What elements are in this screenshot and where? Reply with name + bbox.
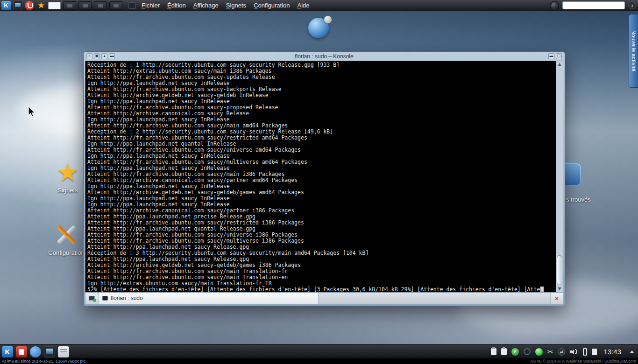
terminal-scrollbar[interactable] xyxy=(556,61,563,292)
app-launcher-icon[interactable]: K xyxy=(2,346,13,357)
network-icon[interactable]: ⇄ xyxy=(558,348,565,356)
window-button[interactable] xyxy=(63,1,76,10)
terminal-output[interactable]: Réception de : 1 http://security.ubuntu.… xyxy=(85,61,556,292)
bookmarks-star-icon[interactable]: ★ xyxy=(36,1,46,10)
scrollbar-thumb[interactable] xyxy=(557,255,562,285)
menu-item[interactable]: Édition xyxy=(167,2,186,9)
menu-item[interactable]: Affichage xyxy=(193,2,219,9)
terminal-tab-icon xyxy=(102,296,108,301)
new-tab-icon xyxy=(89,296,95,301)
konsole-launch-feedback-icon xyxy=(307,17,331,40)
panel-search-input[interactable] xyxy=(562,1,625,9)
scroll-up-icon[interactable] xyxy=(558,63,561,66)
window-button[interactable] xyxy=(109,1,122,10)
red-app-icon[interactable] xyxy=(16,346,27,357)
window-titlebar[interactable]: × ▣ ▴ ▬ florian : sudo – Konsole ▬ ▢ xyxy=(85,52,563,61)
desktop-icon-configuration[interactable]: Configuration xyxy=(45,221,87,256)
tab-bar-spacer xyxy=(319,293,551,304)
watermark-left-text: At im9.eu since 2014-03-21, 1366×768px p… xyxy=(2,359,86,364)
window-button[interactable] xyxy=(78,1,92,10)
partial-widget-label: s trouvés xyxy=(566,196,591,203)
new-activity-tab[interactable]: Nouvelle activité xyxy=(629,14,638,88)
watermark-right-text: AS v6 © 2014 ATA Walerian Walawski / Sub… xyxy=(530,359,636,364)
tools-icon xyxy=(53,221,79,247)
watermark-strip: At im9.eu since 2014-03-21, 1366×768px p… xyxy=(0,358,638,364)
desktop-screen: K ★ FichierÉditionAffichageSignetsConfig… xyxy=(0,0,638,364)
panel-widget-box[interactable] xyxy=(48,2,61,9)
red-app-icon[interactable] xyxy=(25,1,34,10)
device-notifier-icon[interactable] xyxy=(491,348,496,355)
mouse-cursor xyxy=(28,106,37,118)
screen-app-icon[interactable] xyxy=(44,346,55,357)
menu-item[interactable]: Configuration xyxy=(254,2,290,9)
text-editor-icon[interactable] xyxy=(58,346,69,357)
top-panel: K ★ FichierÉditionAffichageSignetsConfig… xyxy=(0,0,638,11)
minimize-icon[interactable]: ▬ xyxy=(548,53,554,59)
recorder-icon[interactable] xyxy=(524,348,531,355)
system-tray: ✔ ✂ ⇄ 13:43 xyxy=(491,348,638,356)
menubar: FichierÉditionAffichageSignetsConfigurat… xyxy=(142,2,310,9)
close-icon[interactable]: × xyxy=(86,53,92,59)
browser-icon[interactable] xyxy=(30,346,41,357)
taskbar-launchers: K xyxy=(0,346,69,357)
phone-device-icon[interactable] xyxy=(583,348,587,356)
close-tab-button[interactable]: × xyxy=(551,293,563,304)
kde-menu-icon[interactable]: K xyxy=(1,1,11,10)
desktop-icon-signets[interactable]: ★ Signets xyxy=(47,160,89,194)
desktop-icon-label: Signets xyxy=(57,187,78,194)
menu-item[interactable]: Signets xyxy=(226,2,246,9)
titlebar-left-buttons: × ▣ ▴ ▬ xyxy=(86,53,115,59)
keep-above-icon[interactable]: ▴ xyxy=(101,53,107,59)
terminal-area: Réception de : 1 http://security.ubuntu.… xyxy=(85,61,563,292)
display-app-icon[interactable] xyxy=(13,1,22,10)
menu-item[interactable]: Fichier xyxy=(142,2,160,9)
tab-bar: florian : sudo × xyxy=(85,292,563,304)
maximize-icon[interactable]: ▢ xyxy=(556,53,562,59)
notes-icon[interactable] xyxy=(592,349,597,355)
konsole-app-icon xyxy=(128,2,136,9)
panel-expander-icon[interactable] xyxy=(630,350,634,353)
clipboard-icon[interactable] xyxy=(501,348,507,355)
window-menu-icon[interactable]: ▣ xyxy=(94,53,100,59)
shade-icon[interactable]: ▬ xyxy=(109,53,115,59)
new-activity-label: Nouvelle activité xyxy=(631,30,637,72)
clock[interactable]: 13:43 xyxy=(603,348,621,356)
knob-tray-icon[interactable] xyxy=(550,1,559,10)
bottom-panel: K ✔ ✂ ⇄ 13:43 xyxy=(0,344,638,358)
window-title: florian : sudo – Konsole xyxy=(85,53,563,60)
tab-label: florian : sudo xyxy=(111,295,143,301)
titlebar-right-buttons: ▬ ▢ xyxy=(548,53,562,59)
konsole-window[interactable]: × ▣ ▴ ▬ florian : sudo – Konsole ▬ ▢ Réc… xyxy=(83,51,565,306)
gear-icon xyxy=(324,16,332,23)
new-tab-button[interactable] xyxy=(85,293,99,304)
tab-florian-sudo[interactable]: florian : sudo xyxy=(99,293,319,304)
desktop-icon-label: Configuration xyxy=(48,249,84,256)
top-panel-launchers: K ★ xyxy=(0,1,136,10)
terminal-line: 52% [Attente des fichiers d'en-tête] [At… xyxy=(87,287,556,292)
window-button[interactable] xyxy=(94,1,107,10)
star-icon: ★ xyxy=(57,160,79,185)
info-icon[interactable]: i xyxy=(628,1,636,9)
menu-item[interactable]: Aide xyxy=(297,2,309,9)
scroll-down-icon[interactable] xyxy=(558,287,561,290)
klipper-scissors-icon[interactable]: ✂ xyxy=(547,348,553,356)
volume-icon[interactable] xyxy=(570,348,578,356)
update-shield-icon[interactable]: ✔ xyxy=(511,348,519,356)
status-green-icon[interactable] xyxy=(535,348,543,356)
top-panel-tray: i xyxy=(550,1,638,10)
